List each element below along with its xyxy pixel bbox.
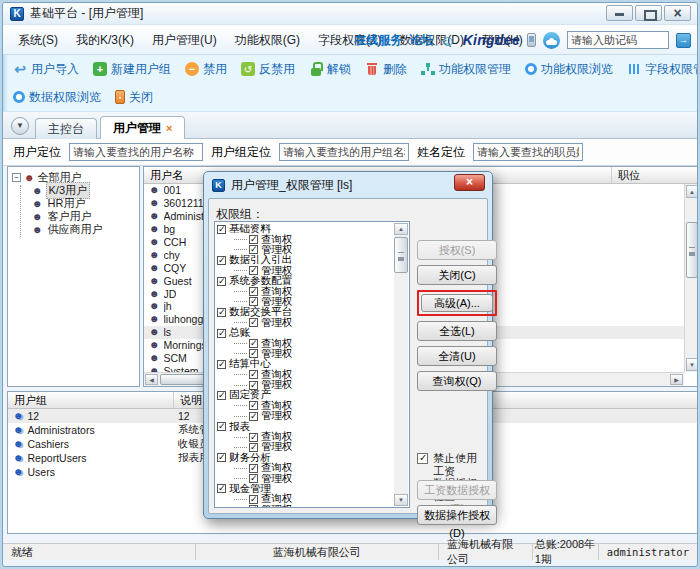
checkbox-checked-icon[interactable] (217, 391, 226, 400)
checkbox-checked-icon[interactable] (217, 484, 226, 493)
checkbox-checked-icon[interactable] (249, 474, 258, 483)
tree-item[interactable]: ☻供应商用户 (32, 223, 139, 236)
permission-node[interactable]: 总账 (217, 328, 394, 338)
permission-node[interactable]: 结算中心 (217, 359, 394, 369)
locator-input[interactable] (473, 143, 583, 161)
user-list-vertical-scrollbar[interactable]: ▲ ▼ (684, 184, 698, 372)
permission-node[interactable]: 数据引入引出 (217, 255, 394, 265)
checkbox-checked-icon[interactable] (217, 225, 226, 234)
cloud-icon[interactable] (543, 32, 560, 49)
checkbox-checked-icon[interactable] (217, 256, 226, 265)
checkbox-checked-icon[interactable] (249, 370, 258, 379)
toolbar-button[interactable]: 反禁用 (241, 61, 295, 78)
collapse-icon[interactable]: − (12, 173, 21, 182)
permission-node[interactable]: 报表 (217, 421, 394, 431)
scroll-up-icon[interactable]: ▲ (394, 223, 408, 235)
toolbar-button[interactable]: 功能权限管理 (421, 61, 511, 78)
menu-item[interactable]: 系统(S) (9, 26, 67, 54)
checkbox-checked-icon[interactable] (249, 245, 258, 254)
permission-subnode[interactable]: 管理权 (234, 505, 394, 507)
scroll-down-icon[interactable]: ▼ (394, 494, 408, 506)
scroll-thumb[interactable] (686, 222, 698, 278)
dialog-button[interactable]: 关闭(C) (417, 265, 497, 285)
menu-item[interactable]: 功能权限(G) (226, 26, 309, 54)
checkbox-checked-icon[interactable] (217, 453, 226, 462)
toolbar-button[interactable]: 新建用户组 (93, 61, 171, 78)
user-icon: ☻ (149, 314, 160, 324)
forum-link[interactable]: 论坛 (409, 32, 433, 49)
dialog-close-icon[interactable]: × (454, 174, 485, 191)
checkbox-checked-icon[interactable] (249, 266, 258, 275)
checkbox-checked-icon[interactable] (217, 360, 226, 369)
online-service-link[interactable]: 在线服务 (354, 32, 402, 49)
checkbox-checked-icon[interactable] (249, 505, 258, 507)
scroll-thumb[interactable] (394, 237, 408, 273)
permission-subnode[interactable]: 查询权 (234, 432, 394, 442)
toolbar-button[interactable]: 解锁 (309, 61, 351, 78)
scroll-right-icon[interactable]: ▶ (670, 374, 683, 385)
checkbox-checked-icon[interactable] (217, 422, 226, 431)
scroll-down-icon[interactable]: ▼ (686, 358, 698, 371)
search-go-icon[interactable]: → (676, 33, 691, 48)
toolbar-button[interactable]: 关闭 (115, 89, 153, 106)
column-header-group[interactable]: 用户组 (8, 392, 174, 408)
permission-node[interactable]: 现金管理 (217, 484, 394, 494)
toolbar-row-2: 数据权限浏览关闭 (13, 83, 697, 111)
scroll-up-icon[interactable]: ▲ (686, 185, 698, 198)
checkbox-checked-icon[interactable] (249, 287, 258, 296)
checkbox-checked-icon[interactable] (249, 381, 258, 390)
permission-tree-scrollbar[interactable]: ▲ ▼ (394, 223, 408, 506)
checkbox-checked-icon[interactable] (217, 277, 226, 286)
minimize-icon[interactable] (606, 5, 633, 21)
checkbox-checked-icon[interactable] (217, 308, 226, 317)
permission-node[interactable]: 系统参数配置 (217, 276, 394, 286)
dialog-button[interactable]: 授权(S) (417, 240, 497, 260)
advanced-button[interactable]: 高级(A)... (421, 294, 493, 312)
mnemonic-search-input[interactable] (567, 31, 669, 49)
phone-icon[interactable] (527, 33, 536, 47)
checkbox-checked-icon[interactable] (249, 235, 258, 244)
toolbar-button[interactable]: 数据权限浏览 (13, 89, 101, 106)
smiley-icon[interactable]: ☺ (440, 33, 455, 48)
tab-active[interactable]: 用户管理× (100, 116, 185, 139)
locator-input[interactable] (279, 143, 409, 161)
tab-close-icon[interactable]: × (166, 122, 172, 134)
checkbox-checked-icon[interactable] (249, 412, 258, 421)
scroll-left-icon[interactable]: ◀ (145, 374, 158, 385)
permission-subnode[interactable]: 查询权 (234, 338, 394, 348)
checkbox-checked-icon[interactable] (249, 495, 258, 504)
toolbar-button[interactable]: 字段权限管理 (627, 61, 698, 78)
checkbox-checked-icon[interactable] (217, 329, 226, 338)
checkbox-checked-icon[interactable] (249, 443, 258, 452)
checkbox-checked-icon[interactable] (249, 464, 258, 473)
permission-node[interactable]: 固定资产 (217, 390, 394, 400)
toolbar-button[interactable]: 功能权限浏览 (525, 61, 613, 78)
dialog-button[interactable]: 全清(U) (417, 346, 497, 366)
data-operation-auth-button[interactable]: 数据操作授权(D) (417, 505, 497, 525)
close-window-icon[interactable] (664, 5, 691, 21)
permission-node[interactable]: 财务分析 (217, 453, 394, 463)
salary-data-auth-button[interactable]: 工资数据授权(R) (417, 480, 497, 500)
menu-item[interactable]: 用户管理(U) (143, 26, 226, 54)
tab-inactive[interactable]: 主控台 (35, 118, 97, 139)
tab-dropdown-icon[interactable]: ▼ (11, 117, 29, 135)
checkbox-checked-icon[interactable] (249, 297, 258, 306)
checkbox-checked-icon[interactable] (249, 318, 258, 327)
maximize-icon[interactable] (635, 5, 662, 21)
dialog-button[interactable]: 查询权(Q) (417, 371, 497, 391)
toolbar-button[interactable]: 用户导入 (13, 61, 79, 78)
dialog-button[interactable]: 全选(L) (417, 321, 497, 341)
menu-item[interactable]: 我的K/3(K) (67, 26, 143, 54)
column-header-position[interactable]: 职位 (612, 167, 698, 183)
checkbox-checked-icon[interactable] (249, 349, 258, 358)
checkbox-checked-icon[interactable] (249, 401, 258, 410)
checkbox-checked-icon[interactable] (249, 339, 258, 348)
permission-node[interactable]: 基础资料 (217, 224, 394, 234)
toolbar-button[interactable]: 删除 (365, 61, 407, 78)
toolbar-button[interactable]: 禁用 (185, 61, 227, 78)
checkbox-checked-icon[interactable] (249, 433, 258, 442)
salary-checkbox[interactable] (417, 453, 428, 464)
permission-node[interactable]: 数据交换平台 (217, 307, 394, 317)
locator-input[interactable] (69, 143, 203, 161)
permission-subnode[interactable]: 管理权 (234, 411, 394, 421)
